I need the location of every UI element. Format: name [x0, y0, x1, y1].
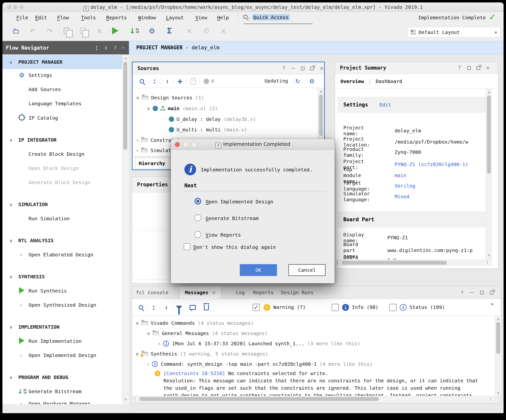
nav-section-program-and-debug[interactable]: ∨PROGRAM AND DEBUG [2, 372, 122, 383]
menu-layout[interactable]: Layout [166, 15, 184, 21]
radio-label-generate-bitstream[interactable]: Generate Bitstream [206, 215, 259, 221]
collapse-all-icon[interactable]: ▾▴ [149, 303, 158, 312]
expand-all-icon[interactable]: ▴▾ [105, 41, 107, 54]
delete-icon[interactable]: × [94, 26, 105, 36]
nav-item-open-elaborated-design[interactable]: ›Open Elaborated Design [2, 249, 122, 260]
menu-view[interactable]: View [195, 15, 207, 21]
filter-icon[interactable] [174, 303, 184, 312]
collapse-all-icon[interactable]: ▾▴ [96, 41, 97, 54]
scroll-up-icon[interactable]: ∧ [318, 89, 324, 94]
maximize-panel-icon[interactable] [301, 62, 305, 74]
copy-icon[interactable] [61, 26, 72, 36]
project-summary-hscrollbar[interactable]: ⟨ ⟩ [335, 260, 492, 266]
menu-reports[interactable]: Reports [106, 15, 127, 21]
radio-label-view-reports[interactable]: View Reports [206, 232, 241, 238]
menu-flow[interactable]: Flow [57, 15, 69, 21]
tab-messages[interactable]: Messages× [180, 286, 221, 299]
help-icon[interactable]: ? [282, 62, 285, 74]
info-filter-checkbox[interactable] [332, 304, 339, 311]
project-summary-vscrollbar[interactable]: ∧ ∨ [486, 89, 492, 260]
edit-link[interactable]: Edit [379, 102, 391, 108]
nav-item-generate-bitstream[interactable]: ↓0110Generate Bitstream [2, 386, 122, 397]
top-module-link[interactable]: main [395, 172, 406, 178]
menu-window[interactable]: Window [138, 15, 156, 21]
search-icon[interactable] [136, 303, 146, 312]
minimize-panel-icon[interactable]: ─ [470, 286, 473, 299]
nav-section-project-manager[interactable]: ∨PROJECT MANAGER [2, 55, 122, 69]
nav-item-add-sources[interactable]: Add Sources [2, 84, 122, 95]
messages-vscrollbar[interactable]: ∧ ∨ [495, 316, 501, 396]
messages-hscrollbar[interactable]: ⟨ ⟩ [132, 396, 495, 402]
menu-file[interactable]: File [16, 15, 28, 21]
radio-view-reports[interactable] [194, 231, 201, 238]
close-icon[interactable]: × [486, 62, 490, 74]
msg-row-synthesis[interactable]: ∨ Synthesis (1 warning, 5 status message… [136, 349, 268, 359]
layout-select[interactable]: Default Layout ▾ [407, 27, 501, 38]
tree-row-design-sources[interactable]: ∨ Design Sources (1) [136, 93, 204, 103]
warning-filter-checkbox[interactable]: ✓ [253, 304, 260, 311]
close-icon[interactable]: × [319, 62, 324, 74]
menu-help[interactable]: Help [217, 15, 229, 21]
radio-generate-bitstream[interactable] [194, 214, 201, 221]
nav-section-rtl-analysis[interactable]: ∨RTL ANALYSIS [2, 235, 122, 246]
nav-item-run-simulation[interactable]: Run Simulation [2, 213, 122, 224]
tree-row-main[interactable]: ∨ main (main.v) (2) [147, 103, 218, 114]
nav-item-open-synthesized-design[interactable]: ›Open Synthesized Design [2, 300, 122, 310]
flow-navigator-scrollbar[interactable]: ∧ ∨ [122, 54, 129, 404]
expand-all-icon[interactable]: ▴▾ [162, 76, 172, 86]
open-project-icon[interactable]: 🗀 [11, 26, 21, 36]
sigma-report-icon[interactable]: Σ [164, 26, 175, 36]
constraints-link[interactable]: [Constraints 18-5210] [163, 370, 225, 376]
radio-label-open-implemented-design[interactable]: Open Implemented Design [206, 199, 273, 205]
run-icon[interactable] [110, 26, 121, 36]
scroll-up-icon[interactable]: ∧ [122, 56, 129, 61]
float-panel-icon[interactable] [490, 286, 494, 299]
simulator-language-link[interactable]: Mixed [395, 194, 409, 200]
help-icon[interactable]: ? [114, 41, 116, 54]
tab-dashboard[interactable]: Dashboard [376, 78, 402, 84]
nav-item-open-hardware-manager[interactable]: ›Open Hardware Manager [2, 398, 122, 404]
scroll-up-icon[interactable]: ∧ [495, 317, 501, 321]
search-icon[interactable] [137, 76, 147, 86]
status-filter-checkbox[interactable] [389, 304, 397, 311]
menu-edit[interactable]: Edit [35, 15, 47, 21]
minimize-panel-icon[interactable]: ─ [292, 62, 295, 74]
tab-tcl-console[interactable]: Tcl Console [136, 286, 168, 299]
comment-icon[interactable] [188, 303, 198, 312]
msg-row-launched-synth[interactable]: ›i [Mon Jul 6 15:37:33 2020] Launched sy… [158, 339, 360, 348]
expand-all-icon[interactable]: ▴▾ [161, 303, 171, 312]
collapse-all-icon[interactable]: ▾▴ [150, 76, 159, 86]
dont-show-label[interactable]: Don't show this dialog again [193, 244, 276, 250]
nav-section-simulation[interactable]: ∨SIMULATION [2, 199, 122, 210]
overflow-chevron-icon[interactable]: » [491, 301, 494, 307]
nav-item-run-implementation[interactable]: Run Implementation [2, 336, 122, 346]
redo-icon[interactable]: ↷ [44, 26, 55, 36]
help-icon[interactable]: ? [458, 62, 461, 74]
nav-section-synthesis[interactable]: ∨SYNTHESIS [2, 271, 122, 282]
add-sources-icon[interactable]: + [175, 76, 185, 86]
ok-button[interactable]: OK [240, 264, 277, 276]
scroll-down-icon[interactable]: ∨ [122, 397, 129, 401]
minimize-panel-icon[interactable]: ─ [122, 41, 124, 54]
radio-open-implemented-design[interactable] [194, 198, 201, 205]
tab-overview[interactable]: Overview [340, 78, 364, 84]
tab-design-runs[interactable]: Design Runs [281, 286, 313, 299]
quick-access-input[interactable]: Quick Access [252, 14, 290, 21]
menu-tools[interactable]: Tools [81, 15, 96, 21]
float-panel-icon[interactable] [310, 62, 314, 74]
close-tab-icon[interactable]: × [212, 290, 216, 295]
trash-icon[interactable] [201, 303, 211, 312]
cancel-button[interactable]: Cancel [288, 264, 326, 276]
refresh-icon[interactable]: ↻ [293, 76, 303, 86]
float-panel-icon[interactable] [476, 62, 480, 74]
nav-item-settings[interactable]: ⚙Settings [2, 70, 122, 81]
paste-icon[interactable] [77, 26, 88, 36]
gear-icon[interactable]: ⚙ [307, 76, 317, 86]
undo-icon[interactable]: ↶ [27, 26, 38, 36]
msg-row-general-messages[interactable]: ∨ General Messages (4 status messages) [147, 328, 268, 338]
target-language-link[interactable]: Verilog [395, 183, 415, 189]
scroll-up-icon[interactable]: ∧ [486, 90, 492, 95]
maximize-panel-icon[interactable] [467, 62, 471, 74]
nav-item-ip-catalog[interactable]: IP Catalog [2, 113, 122, 123]
nav-section-ip-integrator[interactable]: ∨IP INTEGRATOR [2, 135, 122, 145]
